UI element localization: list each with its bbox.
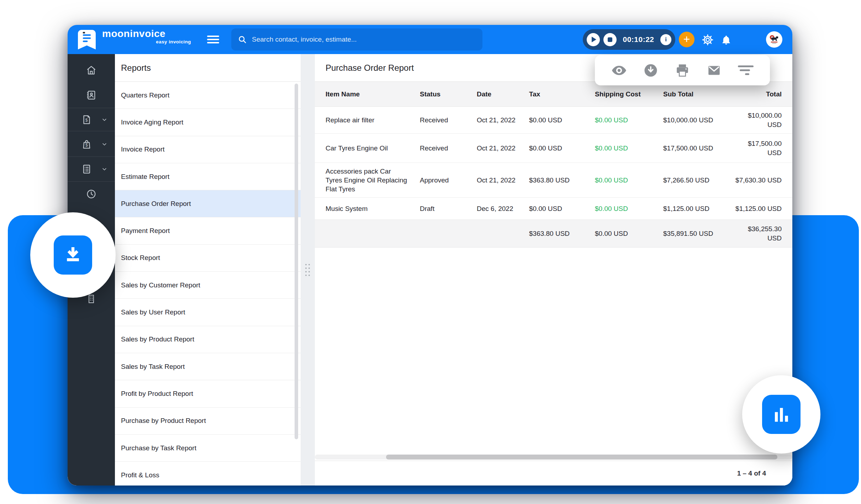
tax-cell: $363.80 USD: [529, 176, 595, 185]
report-list-item[interactable]: Invoice Report: [115, 136, 301, 163]
report-list-item-label: Purchase Order Report: [121, 200, 191, 208]
bell-icon: [720, 34, 732, 46]
timer-stop-button[interactable]: [603, 33, 617, 46]
table-row[interactable]: Music SystemDraftDec 6, 2022$0.00 USD$0.…: [315, 198, 792, 220]
download-icon: [62, 244, 84, 266]
sidebar-item-purchases[interactable]: $: [68, 134, 115, 154]
fab-download-button[interactable]: [30, 212, 116, 298]
report-list-item[interactable]: Sales by User Report: [115, 299, 301, 326]
download-button[interactable]: [643, 63, 658, 78]
reports-scrollbar[interactable]: [295, 84, 298, 439]
report-list-item[interactable]: Estimate Report: [115, 163, 301, 190]
report-list-icon: [81, 164, 92, 175]
timer-display: 00:10:22: [620, 35, 657, 44]
contacts-book-icon: [86, 90, 97, 101]
date-cell: Oct 21, 2022: [477, 176, 529, 185]
shipping-cost-cell: $0.00 USD: [595, 116, 663, 124]
header-cell-shipping-cost: Shipping Cost: [595, 90, 663, 98]
subtotal-cell: $17,500.00 USD: [663, 144, 734, 153]
svg-text:$: $: [85, 143, 88, 148]
horizontal-scrollbar-thumb[interactable]: [386, 455, 777, 460]
avatar[interactable]: [766, 31, 782, 48]
subtotal-cell: $7,266.50 USD: [663, 176, 734, 185]
filter-button[interactable]: [738, 64, 754, 77]
download-circle-icon: [643, 63, 658, 78]
report-list-item-label: Purchase by Product Report: [121, 417, 206, 425]
brand-logo: [76, 30, 97, 49]
report-list-item-label: Invoice Report: [121, 145, 165, 153]
report-list-item[interactable]: Purchase by Task Report: [115, 435, 301, 462]
add-button[interactable]: +: [679, 32, 694, 47]
company-logo-avatar: [768, 33, 780, 46]
timer-play-button[interactable]: [587, 33, 600, 46]
mail-icon: [707, 63, 722, 78]
totals-row: $363.80 USD $0.00 USD $35,891.50 USD $36…: [315, 220, 792, 248]
header-cell-date: Date: [477, 90, 529, 98]
page-title: Purchase Order Report: [326, 63, 414, 73]
table-row[interactable]: Replace air filterReceivedOct 21, 2022$0…: [315, 107, 792, 134]
total-cell: $1,125.00 USD: [734, 204, 782, 213]
notifications-button[interactable]: [720, 34, 732, 47]
report-list-item-label: Profit by Product Report: [121, 390, 193, 398]
global-search: [231, 28, 482, 51]
report-list-item[interactable]: Profit & Loss: [115, 462, 301, 486]
item-name-cell: Accessories pack CarTyres Engine Oil Rep…: [326, 167, 420, 193]
clock-icon: [86, 189, 97, 200]
report-list-item[interactable]: Invoice Aging Report: [115, 109, 301, 136]
total-cell: $10,000.00USD: [734, 111, 782, 129]
fab-chart-button[interactable]: [742, 375, 820, 453]
sidebar-item-contacts[interactable]: [68, 85, 115, 105]
report-list-item[interactable]: Stock Report: [115, 245, 301, 272]
total-cell: $7,630.30 USD: [734, 176, 782, 185]
header-cell-sub-total: Sub Total: [663, 90, 734, 98]
report-list-item[interactable]: Purchase Order Report: [115, 190, 301, 217]
pagination-label: 1 – 4 of 4: [737, 469, 766, 477]
email-button[interactable]: [707, 63, 722, 78]
po-table-body: Replace air filterReceivedOct 21, 2022$0…: [315, 107, 792, 220]
item-name-cell: Replace air filter: [326, 116, 420, 124]
preview-button[interactable]: [611, 62, 627, 79]
print-button[interactable]: [675, 63, 690, 78]
gear-icon: [701, 33, 714, 46]
horizontal-scrollbar: [315, 455, 792, 460]
report-list-item[interactable]: Sales by Task Report: [115, 353, 301, 380]
menu-button[interactable]: [207, 34, 219, 45]
printer-icon: [675, 63, 690, 78]
report-list-item-label: Invoice Aging Report: [121, 118, 183, 126]
report-actions-toolbar: [595, 55, 770, 85]
report-list-item[interactable]: Quarters Report: [115, 82, 301, 109]
totals-shipping-cell: $0.00 USD: [595, 230, 663, 238]
sidebar-item-invoices[interactable]: $: [68, 109, 115, 130]
search-input[interactable]: [252, 36, 476, 43]
brand: mooninvoice easy invoicing: [102, 28, 191, 45]
report-list-item[interactable]: Purchase by Product Report: [115, 408, 301, 435]
reports-panel-title: Reports: [121, 63, 151, 73]
report-list-item[interactable]: Profit by Product Report: [115, 380, 301, 407]
eye-icon: [611, 62, 627, 79]
table-row[interactable]: Car Tyres Engine OilReceivedOct 21, 2022…: [315, 134, 792, 163]
panel-resize-handle[interactable]: [305, 264, 310, 281]
app-header: mooninvoice easy invoicing 00:10:22 i +: [68, 25, 792, 54]
report-list-item-label: Sales by Customer Report: [121, 281, 200, 289]
item-name-cell: Car Tyres Engine Oil: [326, 144, 420, 153]
sidebar-item-reports[interactable]: [68, 159, 115, 179]
item-name-cell: Music System: [326, 204, 420, 213]
table-row[interactable]: Accessories pack CarTyres Engine Oil Rep…: [315, 163, 792, 198]
sidebar-item-home[interactable]: [68, 60, 115, 80]
report-list-item[interactable]: Sales by Product Report: [115, 326, 301, 353]
tax-cell: $0.00 USD: [529, 116, 595, 124]
report-list-item-label: Sales by Task Report: [121, 363, 185, 371]
stop-icon: [608, 37, 612, 42]
sidebar-item-time-tracking[interactable]: [68, 184, 115, 204]
filter-icon: [738, 64, 754, 77]
brand-name: mooninvoice: [102, 28, 191, 39]
report-list-item[interactable]: Payment Report: [115, 217, 301, 244]
report-list-item-label: Payment Report: [121, 227, 170, 235]
shipping-cost-cell: $0.00 USD: [595, 144, 663, 153]
subtotal-cell: $1,125.00 USD: [663, 204, 734, 213]
settings-button[interactable]: [701, 33, 714, 48]
timer-info-button[interactable]: i: [660, 34, 671, 45]
shipping-cost-cell: $0.00 USD: [595, 204, 663, 213]
report-list-item[interactable]: Sales by Customer Report: [115, 272, 301, 299]
header-cell-status: Status: [420, 90, 477, 98]
